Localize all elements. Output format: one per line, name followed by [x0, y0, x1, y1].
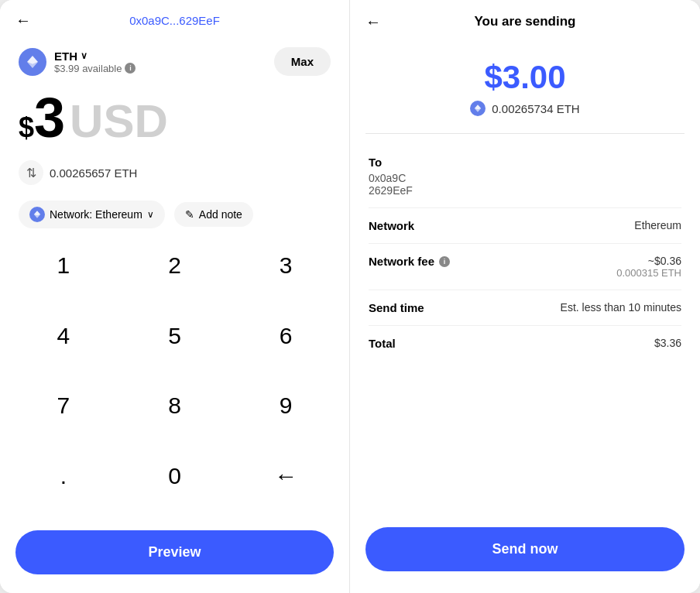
sending-eth-icon — [470, 101, 486, 116]
pencil-icon: ✎ — [185, 208, 194, 221]
left-header: ← 0x0a9C...629EeF — [0, 0, 349, 41]
amount-number: 3 — [34, 90, 65, 146]
token-info: ETH ∨ $3.99 available i — [19, 48, 136, 76]
send-now-wrapper: Send now — [350, 515, 700, 593]
right-title: You are sending — [475, 14, 576, 29]
to-section: To 0x0a9C 2629EeF — [369, 145, 681, 208]
key-4[interactable]: 4 — [8, 311, 119, 361]
fee-eth: 0.000315 ETH — [616, 267, 681, 279]
to-address-line2: 2629EeF — [369, 184, 681, 197]
to-label: To — [369, 156, 681, 169]
send-time-label: Send time — [369, 301, 424, 314]
network-eth-icon — [29, 207, 45, 222]
sending-eth-row: 0.00265734 ETH — [365, 101, 685, 116]
preview-button[interactable]: Preview — [15, 530, 334, 574]
key-6[interactable]: 6 — [230, 311, 341, 361]
token-available: $3.99 available i — [54, 63, 136, 74]
network-row-label: Network — [369, 219, 414, 232]
add-note-label: Add note — [199, 208, 242, 221]
key-1[interactable]: 1 — [8, 241, 119, 290]
divider — [365, 133, 685, 134]
fee-info-icon[interactable]: i — [439, 256, 450, 267]
total-row: Total $3.36 — [369, 326, 681, 361]
sending-amount: $3.00 0.00265734 ETH — [350, 43, 700, 122]
eth-icon — [19, 48, 46, 76]
eth-equivalent-row: ⇅ 0.00265657 ETH — [0, 154, 349, 191]
fee-value: ~$0.36 0.000315 ETH — [616, 255, 681, 279]
sending-eth-amount: 0.00265734 ETH — [492, 102, 579, 115]
to-address-line1: 0x0a9C — [369, 172, 681, 184]
key-dot[interactable]: . — [8, 451, 119, 501]
send-time-value: Est. less than 10 minutes — [561, 301, 681, 314]
options-row: Network: Ethereum ∨ ✎ Add note — [0, 191, 349, 238]
key-0[interactable]: 0 — [119, 451, 231, 501]
key-2[interactable]: 2 — [119, 241, 231, 290]
network-label: Network: Ethereum — [50, 208, 142, 221]
network-button[interactable]: Network: Ethereum ∨ — [19, 201, 165, 228]
key-3[interactable]: 3 — [230, 241, 341, 290]
right-back-button[interactable]: ← — [365, 13, 381, 31]
preview-btn-wrapper: Preview — [0, 521, 349, 593]
network-chevron: ∨ — [147, 209, 154, 220]
fee-usd: ~$0.36 — [648, 255, 681, 267]
right-panel: ← You are sending $3.00 0.00265734 ETH T… — [350, 0, 700, 593]
fee-label: Network fee i — [369, 255, 450, 268]
token-row: ETH ∨ $3.99 available i Max — [0, 41, 349, 82]
fee-row: Network fee i ~$0.36 0.000315 ETH — [369, 244, 681, 290]
right-header: ← You are sending — [350, 0, 700, 43]
network-row-value: Ethereum — [634, 219, 681, 231]
amount-display: $ 3 USD — [0, 82, 349, 151]
max-button[interactable]: Max — [274, 47, 331, 76]
eth-amount: 0.00265657 ETH — [50, 166, 137, 180]
total-value: $3.36 — [654, 337, 681, 349]
key-8[interactable]: 8 — [119, 381, 231, 430]
token-name[interactable]: ETH ∨ — [54, 50, 136, 63]
amount-currency: USD — [70, 94, 168, 148]
key-5[interactable]: 5 — [119, 311, 231, 361]
token-text: ETH ∨ $3.99 available i — [54, 50, 136, 74]
dropdown-chevron: ∨ — [81, 50, 88, 61]
swap-icon[interactable]: ⇅ — [19, 160, 43, 185]
sending-usd-amount: $3.00 — [365, 59, 685, 96]
add-note-button[interactable]: ✎ Add note — [174, 202, 253, 227]
network-row: Network Ethereum — [369, 208, 681, 244]
send-time-row: Send time Est. less than 10 minutes — [369, 290, 681, 326]
info-icon[interactable]: i — [125, 63, 136, 74]
send-now-button[interactable]: Send now — [365, 527, 685, 571]
dollar-sign: $ — [19, 111, 34, 144]
key-7[interactable]: 7 — [8, 381, 119, 430]
detail-rows: To 0x0a9C 2629EeF Network Ethereum Netwo… — [350, 145, 700, 361]
total-label: Total — [369, 337, 396, 350]
left-back-button[interactable]: ← — [15, 12, 31, 29]
key-backspace[interactable]: ← — [230, 451, 341, 501]
numpad: 1 2 3 4 5 6 7 8 9 . 0 ← — [0, 241, 349, 521]
key-9[interactable]: 9 — [230, 381, 341, 430]
left-panel: ← 0x0a9C...629EeF ETH ∨ $3.99 av — [0, 0, 350, 593]
wallet-address[interactable]: 0x0a9C...629EeF — [129, 14, 220, 27]
